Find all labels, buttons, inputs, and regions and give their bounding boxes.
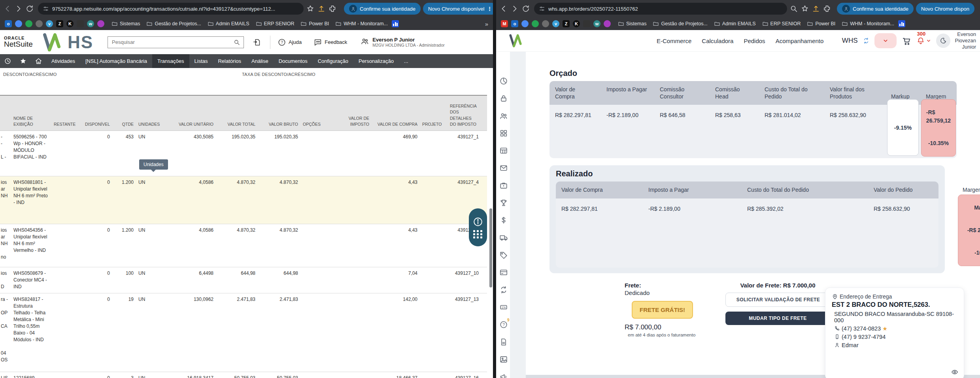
- whs-logo[interactable]: [509, 33, 526, 49]
- floating-info-widget[interactable]: [469, 208, 487, 246]
- bookmark-favicon[interactable]: [25, 20, 32, 27]
- col-nome[interactable]: NOME DE EXIBIÇÃO: [11, 114, 51, 130]
- bookmark-star-icon[interactable]: [801, 4, 809, 13]
- endereco-telefone[interactable]: (47) 3274-0823: [842, 325, 881, 332]
- bookmark-favicon[interactable]: o: [511, 20, 518, 27]
- address-bar[interactable]: whs.app.br/orders/20250722-11550762: [534, 3, 787, 15]
- col-valor-total[interactable]: VALOR TOTAL: [216, 120, 258, 130]
- megaphone-icon[interactable]: [499, 372, 508, 378]
- nav-item-configura-o[interactable]: Configuração: [313, 54, 353, 68]
- nav-item-an-lise[interactable]: Análise: [246, 54, 274, 68]
- nav-item-documentos[interactable]: Documentos: [274, 54, 313, 68]
- bookmark-favicon[interactable]: [36, 20, 43, 27]
- col-projeto[interactable]: PROJETO: [420, 120, 448, 130]
- bookmark-favicon[interactable]: [77, 20, 84, 27]
- bookmark-folder[interactable]: Power BI: [807, 21, 835, 27]
- chrome-update-pill[interactable]: Novo Chrome dispon: [916, 3, 974, 15]
- eye-icon[interactable]: [951, 369, 958, 376]
- whs-user-name[interactable]: Everson Piovezan Junior: [955, 31, 976, 51]
- scrollbar-thumb[interactable]: [489, 208, 492, 287]
- shortcuts-star-icon[interactable]: [19, 57, 27, 65]
- url-text[interactable]: 9752278.app.netsuite.com/app/accounting/…: [52, 6, 275, 12]
- nav-item--[interactable]: ...: [399, 54, 414, 68]
- help-button[interactable]: ? Ajuda: [278, 38, 302, 47]
- cart-icon[interactable]: [901, 36, 912, 46]
- item-link-cell[interactable]: - - L -: [0, 131, 11, 163]
- chrome-update-pill[interactable]: Novo Chrome disponível ⋮: [423, 3, 493, 15]
- bookmark-favicon[interactable]: M: [501, 20, 508, 27]
- bookmark-favicon[interactable]: o: [5, 20, 12, 27]
- recent-records-icon[interactable]: [4, 57, 11, 65]
- bookmark-favicon[interactable]: [542, 20, 549, 27]
- identity-pill[interactable]: Confirme sua identidade: [837, 3, 914, 15]
- bookmark-favicon[interactable]: [532, 20, 539, 27]
- bookmark-favicon[interactable]: v: [552, 20, 559, 27]
- nav-item-relat-rios[interactable]: Relatórios: [213, 54, 246, 68]
- site-info-icon[interactable]: [43, 6, 49, 12]
- pie-chart-icon[interactable]: [499, 77, 508, 85]
- profile-pill[interactable]: [874, 33, 897, 48]
- col-disponivel[interactable]: DISPONÍVEL: [75, 120, 112, 130]
- bookmark-folder[interactable]: Admin EMAILS: [208, 21, 249, 27]
- bookmark-favicon[interactable]: Z: [56, 20, 63, 27]
- nav-item-transa-es[interactable]: Transações: [152, 54, 189, 68]
- col-opcoes[interactable]: OPÇÕES: [300, 120, 328, 130]
- url-text[interactable]: whs.app.br/orders/20250722-11550762: [548, 6, 638, 12]
- back-icon[interactable]: [3, 4, 12, 13]
- table-row[interactable]: LIS12215689 -03UN16.918,341750.755,0350.…: [0, 372, 487, 378]
- col-referencia[interactable]: REFERÊNCIA DOS DETALHES DO IMPOSTO: [448, 102, 481, 130]
- lock-icon[interactable]: [499, 94, 508, 103]
- extension-alert-icon[interactable]: [812, 4, 820, 13]
- trophy-icon[interactable]: [499, 198, 508, 207]
- search-icon[interactable]: [233, 39, 240, 46]
- forward-icon[interactable]: [510, 4, 519, 13]
- global-search[interactable]: [108, 36, 244, 48]
- bookmark-favicon[interactable]: [583, 20, 590, 27]
- item-link-cell[interactable]: LIS: [0, 372, 11, 378]
- home-icon[interactable]: [35, 57, 42, 65]
- chart-favicon[interactable]: [898, 20, 905, 27]
- table-row[interactable]: ios ar NH noWHS0454356 - Unipolar flexív…: [0, 224, 487, 267]
- sync-icon[interactable]: [863, 37, 870, 44]
- whs-nav-calculadora[interactable]: Calculadora: [702, 38, 733, 44]
- whs-nav-pedidos[interactable]: Pedidos: [744, 38, 765, 44]
- bookmark-folder[interactable]: Sistemas: [111, 21, 140, 27]
- reload-icon[interactable]: [521, 4, 530, 13]
- bookmark-favicon[interactable]: [15, 20, 22, 27]
- chart-favicon[interactable]: [392, 20, 399, 27]
- mail-icon[interactable]: [499, 164, 508, 172]
- user-menu[interactable]: Everson P Junior M2GV HOLDING LTDA - Adm…: [361, 37, 444, 48]
- col-qtde[interactable]: QTDE: [112, 120, 136, 130]
- bookmark-folder[interactable]: Gestão de Projetos...: [653, 21, 707, 27]
- bookmark-favicon[interactable]: [521, 20, 529, 27]
- extension-alert-icon[interactable]: [317, 4, 326, 13]
- grid-dots-icon[interactable]: [473, 230, 483, 238]
- bookmark-favicon[interactable]: [604, 20, 611, 27]
- bookmark-folder[interactable]: ERP SENIOR: [762, 21, 801, 27]
- nav-item-listas[interactable]: Listas: [189, 54, 213, 68]
- col-valor-compra[interactable]: VALOR DE COMPRA: [372, 120, 420, 130]
- oracle-netsuite-logo[interactable]: ORACLE NetSuite: [4, 36, 33, 48]
- briefcase-icon[interactable]: [499, 181, 508, 190]
- percent-icon[interactable]: 1%: [499, 303, 508, 312]
- col-restante[interactable]: RESTANTE: [51, 120, 75, 130]
- bookmark-favicon[interactable]: [97, 20, 104, 27]
- bookmark-favicon[interactable]: K: [66, 20, 74, 27]
- dollar-icon[interactable]: [499, 216, 508, 225]
- bookmark-folder[interactable]: Admin EMAILS: [714, 21, 756, 27]
- item-link-cell[interactable]: ios D: [0, 267, 11, 293]
- extensions-icon[interactable]: [823, 4, 831, 13]
- search-icon[interactable]: [789, 4, 798, 13]
- whs-nav-acompanhamento[interactable]: Acompanhamento: [776, 38, 824, 44]
- identity-pill[interactable]: Confirme sua identidade: [344, 3, 421, 15]
- bookmark-folder[interactable]: WHM - Monitoram...: [842, 21, 894, 27]
- menu-dots-icon[interactable]: ⋮: [487, 6, 492, 12]
- table-icon[interactable]: [499, 146, 508, 155]
- bookmark-star-icon[interactable]: [306, 4, 315, 13]
- solicitar-validacao-button[interactable]: SOLICITAR VALIDAÇÃO DE FRETE: [725, 293, 831, 307]
- search-input[interactable]: [111, 39, 233, 45]
- info-icon[interactable]: [473, 217, 483, 227]
- dark-mode-toggle[interactable]: [936, 34, 950, 48]
- table-row[interactable]: ra - OP CA 04 OSWHS824817 - Estrutura Te…: [0, 293, 487, 372]
- forward-icon[interactable]: [14, 4, 23, 13]
